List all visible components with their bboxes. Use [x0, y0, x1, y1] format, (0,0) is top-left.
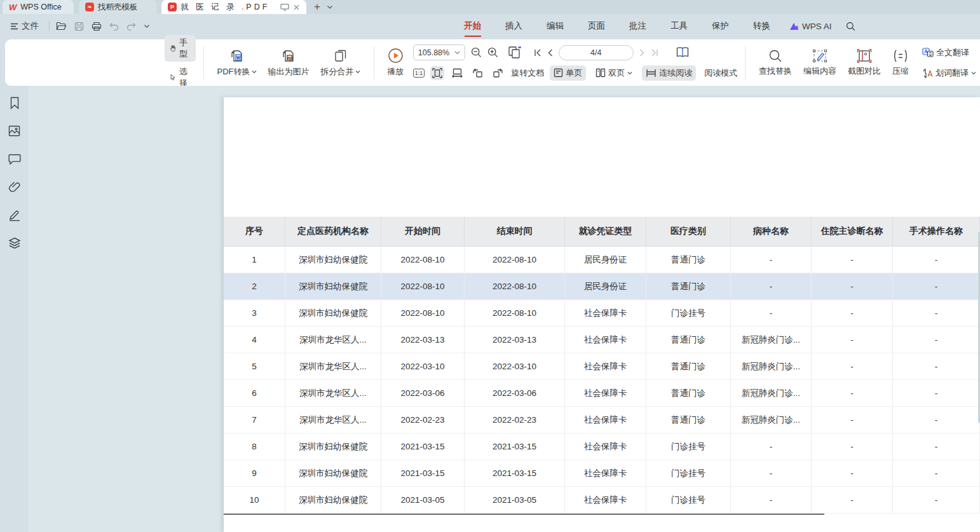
zoom-level-select[interactable]: 105.88%: [413, 44, 465, 60]
read-mode-button[interactable]: 阅读模式: [704, 67, 737, 79]
full-translate-icon: [922, 48, 934, 57]
find-replace-button[interactable]: 查找替换: [753, 49, 798, 77]
table-cell: 新冠肺炎门诊...: [731, 353, 812, 380]
page-refresh-icon[interactable]: [508, 46, 523, 59]
table-cell: 2022-03-06: [465, 380, 565, 407]
table-cell: 深圳市龙华区人...: [285, 327, 381, 353]
table-cell: 普通门诊: [646, 380, 731, 407]
open-file-icon[interactable]: [56, 22, 67, 31]
table-cell: -: [812, 407, 893, 433]
table-cell: -: [731, 273, 812, 300]
next-page-icon[interactable]: [639, 49, 645, 57]
menu-item-page[interactable]: 页面: [587, 17, 606, 36]
play-button[interactable]: 播放: [381, 48, 409, 78]
split-merge-label: 拆分合并: [321, 66, 354, 78]
page-indicator-input[interactable]: 4/4: [559, 45, 634, 60]
last-page-icon[interactable]: [651, 49, 658, 57]
table-cell: 深圳市妇幼保健院: [285, 433, 381, 460]
table-cell: 2: [224, 273, 285, 300]
first-page-icon[interactable]: [534, 49, 541, 57]
table-cell: 新冠肺炎门诊...: [731, 380, 812, 407]
table-cell: -: [731, 460, 812, 487]
menu-item-annotate[interactable]: 批注: [628, 17, 648, 36]
table-cell: -: [731, 300, 812, 327]
menu-item-convert[interactable]: 转换: [752, 17, 772, 36]
bookmarks-panel-icon[interactable]: [7, 95, 22, 111]
table-header-cell: 定点医药机构名称: [285, 217, 381, 247]
fit-page-button[interactable]: [430, 66, 444, 80]
pdf-file-icon: P: [168, 3, 177, 11]
menu-item-edit[interactable]: 编辑: [545, 17, 565, 36]
double-page-icon: [595, 68, 606, 78]
signature-panel-icon[interactable]: [7, 207, 22, 222]
file-menu-button[interactable]: 文件: [6, 18, 43, 34]
table-cell: -: [893, 273, 980, 300]
table-cell: 2022-08-10: [465, 247, 565, 273]
undo-icon[interactable]: [109, 22, 119, 31]
table-cell: -: [812, 380, 893, 407]
layers-panel-icon[interactable]: [7, 235, 22, 250]
export-image-label: 输出为图片: [268, 66, 310, 78]
table-cell: 2022-03-13: [465, 327, 565, 353]
pdf-page[interactable]: 序号定点医药机构名称开始时间结束时间就诊凭证类型医疗类别病种名称住院主诊断名称手…: [224, 97, 980, 532]
menu-item-tools[interactable]: 工具: [669, 17, 689, 36]
zoom-in-icon[interactable]: [487, 47, 498, 58]
table-cell: 社会保障卡: [565, 487, 646, 514]
wps-ai-button[interactable]: WPS AI: [789, 22, 832, 31]
tab-document-label: 就 医 记 录 .PDF: [180, 2, 269, 13]
table-row: 7深圳市龙华区人...2022-02-232022-02-23社会保障卡普通门诊…: [224, 407, 980, 433]
redo-icon[interactable]: [126, 22, 136, 31]
zoom-out-icon[interactable]: [471, 47, 482, 58]
table-cell: 深圳市妇幼保健院: [285, 247, 381, 273]
actual-size-button[interactable]: 1:1: [413, 69, 425, 78]
export-image-icon: [281, 48, 296, 64]
chevron-down-icon: [971, 71, 976, 75]
rotate-left-icon[interactable]: [470, 66, 485, 80]
continuous-read-button[interactable]: 连续阅读: [642, 65, 696, 81]
comments-panel-icon[interactable]: [7, 151, 22, 167]
table-cell: -: [812, 433, 893, 460]
rotate-right-icon[interactable]: [491, 66, 505, 80]
read-mode-book-icon[interactable]: [676, 46, 690, 58]
rotate-document-label[interactable]: 旋转文档: [511, 67, 544, 79]
pdf-convert-button[interactable]: PDF转换: [212, 48, 262, 78]
menu-bar: 文件 开始 插入 编辑 页面 批注 工具 保护 转换 WPS AI: [0, 14, 980, 38]
table-cell: -: [893, 327, 980, 353]
word-translate-button[interactable]: 划词翻译: [918, 65, 980, 81]
search-icon[interactable]: [846, 22, 855, 31]
thumbnails-panel-icon[interactable]: [7, 123, 22, 139]
menu-item-home[interactable]: 开始: [463, 17, 482, 36]
more-actions-chevron-icon[interactable]: [144, 24, 150, 29]
full-translate-button[interactable]: 全文翻译: [918, 45, 973, 60]
close-tab-icon[interactable]: [293, 4, 300, 11]
print-icon[interactable]: [92, 22, 102, 31]
tab-wps-home[interactable]: W WPS Office: [3, 0, 74, 14]
screenshot-compare-button[interactable]: 截图对比: [842, 49, 887, 77]
ribbon-toolbar: 手型 选择 PDF转换 输出为图片 拆分合并 播放 105.88%: [5, 39, 980, 86]
tab-docer-templates[interactable]: ❧ 找稻壳模板: [79, 0, 156, 14]
edit-content-button[interactable]: 编辑内容: [798, 49, 842, 77]
chevron-down-icon: [454, 51, 460, 55]
tab-list-chevron-icon[interactable]: [327, 5, 333, 10]
menu-item-insert[interactable]: 插入: [504, 17, 524, 36]
double-page-label: 双页: [608, 67, 625, 79]
single-page-label: 单页: [566, 67, 582, 79]
menu-item-protect[interactable]: 保护: [711, 17, 730, 36]
single-page-button[interactable]: 单页: [550, 65, 586, 81]
hand-tool-button[interactable]: 手型: [165, 35, 196, 62]
document-viewport[interactable]: 序号定点医药机构名称开始时间结束时间就诊凭证类型医疗类别病种名称住院主诊断名称手…: [29, 86, 980, 532]
split-merge-button[interactable]: 拆分合并: [315, 48, 366, 78]
fit-width-button[interactable]: [450, 66, 465, 79]
tab-document-active[interactable]: P 就 医 记 录 .PDF: [161, 0, 306, 14]
table-header-cell: 住院主诊断名称: [812, 217, 893, 247]
save-icon[interactable]: [74, 22, 84, 31]
export-image-button[interactable]: 输出为图片: [262, 48, 315, 78]
table-cell: 深圳市龙华区人...: [285, 407, 381, 433]
previous-page-icon[interactable]: [547, 49, 553, 57]
screen-share-icon[interactable]: [280, 3, 289, 11]
attachments-panel-icon[interactable]: [7, 179, 22, 194]
double-page-button[interactable]: 双页: [592, 65, 636, 81]
compress-button[interactable]: 压缩: [887, 49, 915, 77]
word-translate-label: 划词翻译: [936, 67, 969, 79]
new-tab-button[interactable]: +: [314, 1, 320, 13]
